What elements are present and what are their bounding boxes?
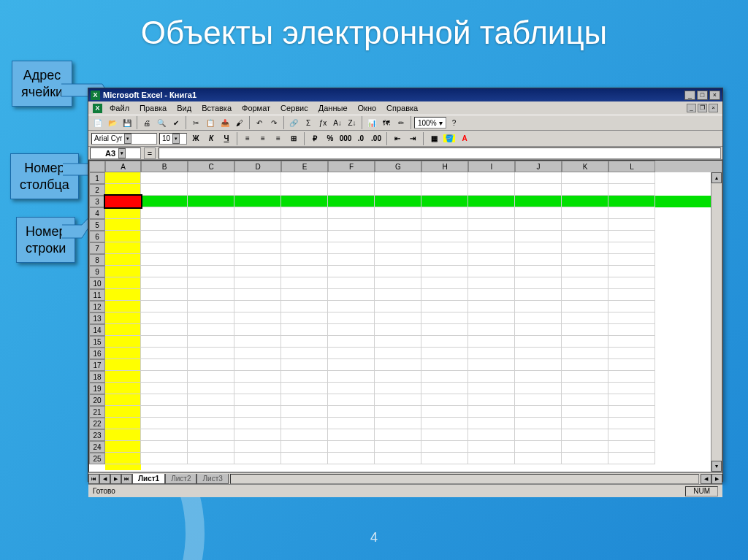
redo-icon[interactable]: ↷ — [267, 116, 280, 129]
menu-view[interactable]: Вид — [174, 104, 194, 112]
underline-icon[interactable]: Ч — [220, 132, 233, 145]
row-header-2[interactable]: 2 — [89, 184, 105, 196]
doc-restore-button[interactable]: ❐ — [698, 104, 707, 112]
col-header-j[interactable]: J — [515, 161, 562, 172]
merge-icon[interactable]: ⊞ — [287, 132, 300, 145]
maximize-button[interactable]: □ — [697, 91, 708, 100]
fontsize-combo[interactable]: 10▾ — [159, 133, 187, 145]
paste-icon[interactable]: 📥 — [218, 116, 232, 129]
row-header-25[interactable]: 25 — [89, 453, 105, 464]
cell-grid[interactable] — [105, 172, 722, 472]
row-header-19[interactable]: 19 — [89, 383, 105, 394]
row-header-24[interactable]: 24 — [89, 441, 105, 453]
row-header-6[interactable]: 6 — [89, 231, 105, 242]
menu-format[interactable]: Формат — [239, 104, 273, 112]
sheet-tab-3[interactable]: Лист3 — [196, 474, 228, 484]
col-header-f[interactable]: F — [328, 161, 375, 172]
fx-equals[interactable]: = — [144, 147, 156, 159]
sheet-tab-1[interactable]: Лист1 — [132, 474, 165, 484]
row-header-21[interactable]: 21 — [89, 406, 105, 418]
row-header-13[interactable]: 13 — [89, 312, 105, 324]
align-center-icon[interactable]: ≡ — [256, 132, 270, 145]
minimize-button[interactable]: _ — [684, 91, 695, 100]
name-box[interactable]: A3▾ — [90, 147, 141, 159]
row-header-5[interactable]: 5 — [89, 219, 105, 231]
sort-asc-icon[interactable]: A↓ — [331, 116, 344, 129]
sum-icon[interactable]: Σ — [302, 116, 315, 129]
row-header-3[interactable]: 3 — [89, 196, 105, 207]
menu-data[interactable]: Данные — [316, 104, 351, 112]
tab-nav-next[interactable]: ▶ — [110, 474, 121, 484]
scroll-right-icon[interactable]: ▶ — [711, 474, 722, 484]
copy-icon[interactable]: 📋 — [204, 116, 217, 129]
align-left-icon[interactable]: ≡ — [241, 132, 254, 145]
horizontal-scrollbar[interactable] — [230, 474, 699, 484]
sort-desc-icon[interactable]: Z↓ — [346, 116, 359, 129]
row-header-16[interactable]: 16 — [89, 348, 105, 359]
col-header-g[interactable]: G — [375, 161, 421, 172]
inc-indent-icon[interactable]: ⇥ — [406, 132, 419, 145]
help-icon[interactable]: ? — [448, 116, 461, 129]
inc-dec-icon[interactable]: .0 — [354, 132, 367, 145]
col-header-c[interactable]: C — [188, 161, 234, 172]
new-icon[interactable]: 📄 — [91, 116, 104, 129]
menu-edit[interactable]: Правка — [137, 104, 169, 112]
preview-icon[interactable]: 🔍 — [155, 116, 168, 129]
vertical-scrollbar[interactable]: ▴ ▾ — [711, 172, 722, 472]
row-header-7[interactable]: 7 — [89, 242, 105, 254]
select-all-corner[interactable] — [89, 161, 105, 172]
tab-nav-first[interactable]: ⏮ — [88, 474, 99, 484]
row-header-10[interactable]: 10 — [89, 277, 105, 289]
menu-file[interactable]: Файл — [107, 104, 132, 112]
print-icon[interactable]: 🖨 — [140, 116, 153, 129]
italic-icon[interactable]: К — [205, 132, 218, 145]
bold-icon[interactable]: Ж — [189, 132, 202, 145]
row-header-17[interactable]: 17 — [89, 359, 105, 371]
scroll-down-icon[interactable]: ▾ — [711, 461, 722, 472]
map-icon[interactable]: 🗺 — [380, 116, 393, 129]
row-header-1[interactable]: 1 — [89, 172, 105, 184]
open-icon[interactable]: 📂 — [106, 116, 119, 129]
font-combo[interactable]: Arial Cyr▾ — [91, 133, 157, 145]
col-header-l[interactable]: L — [608, 161, 655, 172]
row-header-8[interactable]: 8 — [89, 254, 105, 266]
zoom-combo[interactable]: 100%▾ — [414, 117, 446, 129]
col-header-k[interactable]: K — [562, 161, 608, 172]
row-header-14[interactable]: 14 — [89, 324, 105, 336]
row-header-4[interactable]: 4 — [89, 207, 105, 219]
col-header-a[interactable]: A — [105, 161, 141, 172]
dec-indent-icon[interactable]: ⇤ — [391, 132, 404, 145]
doc-close-button[interactable]: × — [709, 104, 718, 112]
undo-icon[interactable]: ↶ — [253, 116, 266, 129]
fill-color-icon[interactable]: 🪣 — [443, 132, 456, 145]
row-header-11[interactable]: 11 — [89, 289, 105, 301]
cut-icon[interactable]: ✂ — [189, 116, 202, 129]
fx-icon[interactable]: ƒx — [316, 116, 329, 129]
col-header-i[interactable]: I — [468, 161, 515, 172]
borders-icon[interactable]: ▦ — [427, 132, 440, 145]
spell-icon[interactable]: ✔ — [169, 116, 183, 129]
close-button[interactable]: × — [709, 91, 720, 100]
active-cell-a3[interactable] — [105, 196, 141, 207]
currency-icon[interactable]: ₽ — [308, 132, 321, 145]
col-header-h[interactable]: H — [421, 161, 468, 172]
row-header-20[interactable]: 20 — [89, 394, 105, 406]
formula-input[interactable] — [159, 147, 721, 159]
scroll-left-icon[interactable]: ◀ — [701, 474, 711, 484]
menu-insert[interactable]: Вставка — [199, 104, 234, 112]
font-color-icon[interactable]: A — [458, 132, 471, 145]
thousands-icon[interactable]: 000 — [339, 132, 352, 145]
dec-dec-icon[interactable]: .00 — [370, 132, 383, 145]
align-right-icon[interactable]: ≡ — [272, 132, 285, 145]
tab-nav-last[interactable]: ⏭ — [121, 474, 132, 484]
save-icon[interactable]: 💾 — [121, 116, 134, 129]
row-header-12[interactable]: 12 — [89, 301, 105, 312]
sheet-tab-2[interactable]: Лист2 — [165, 474, 196, 484]
row-header-15[interactable]: 15 — [89, 336, 105, 348]
col-header-d[interactable]: D — [234, 161, 281, 172]
row-header-23[interactable]: 23 — [89, 429, 105, 441]
col-header-e[interactable]: E — [281, 161, 328, 172]
row-header-22[interactable]: 22 — [89, 418, 105, 429]
scroll-up-icon[interactable]: ▴ — [711, 172, 722, 183]
format-painter-icon[interactable]: 🖌 — [233, 116, 246, 129]
